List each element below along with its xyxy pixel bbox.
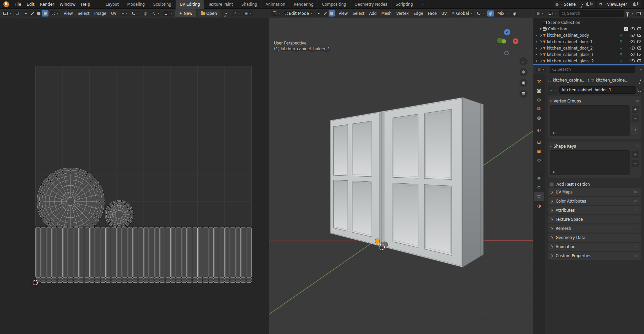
menu-help[interactable]: Help bbox=[78, 1, 93, 8]
uv-select-mode-vertex[interactable] bbox=[23, 10, 29, 17]
mesh-select-mode-edge[interactable] bbox=[322, 10, 329, 17]
workspace-tab-compositing[interactable]: Compositing bbox=[318, 0, 350, 9]
properties-tab-output[interactable]: ⎙ bbox=[534, 95, 544, 104]
pivot-point-button[interactable]: ⌖▾ bbox=[120, 11, 129, 16]
uv-select-mode-edge[interactable] bbox=[29, 10, 36, 17]
toggle-ortho-icon[interactable]: ⊞ bbox=[519, 90, 528, 98]
hide-viewport-icon[interactable] bbox=[631, 34, 635, 37]
scene-selector[interactable]: ◍ ▾ Scene ✕ bbox=[553, 1, 595, 8]
collapse-icon[interactable]: ▾ bbox=[550, 99, 552, 103]
vertex-group-specials-button[interactable]: ▾ bbox=[631, 126, 639, 134]
mesh-datablock-button[interactable]: ▽▾ bbox=[548, 86, 557, 94]
view-layer-selector[interactable]: ⧉ ▾ ViewLayer ✕ bbox=[597, 1, 642, 8]
uv-menu-image[interactable]: Image bbox=[92, 10, 108, 17]
copy-icon[interactable] bbox=[586, 3, 589, 6]
disable-render-icon[interactable] bbox=[637, 47, 641, 50]
mesh-name-field[interactable] bbox=[559, 86, 636, 94]
properties-editor-type-button[interactable]: ☰▾ bbox=[536, 67, 546, 72]
section-geometry-data[interactable]: ❯Geometry Data∷∷ bbox=[548, 234, 641, 242]
properties-search-input[interactable] bbox=[557, 67, 632, 72]
menu-file[interactable]: File bbox=[12, 1, 24, 8]
resize-grip-icon[interactable]: ∷∷ bbox=[587, 132, 592, 135]
gizmo-x-axis-handle[interactable]: X bbox=[513, 38, 518, 44]
filter-expand-icon[interactable]: ▶ bbox=[553, 170, 555, 174]
drag-grip-icon[interactable]: ∷∷ bbox=[634, 200, 639, 203]
section-custom-properties[interactable]: ❯Custom Properties∷∷ bbox=[548, 252, 641, 260]
drag-grip-icon[interactable]: ∷∷ bbox=[634, 209, 639, 212]
drag-grip-icon[interactable]: ∷∷ bbox=[634, 254, 639, 257]
expand-icon[interactable]: ❯ bbox=[539, 40, 543, 43]
add-vertex-group-button[interactable]: ＋ bbox=[631, 105, 639, 113]
outliner-filter-id-button[interactable]: ▾ bbox=[546, 11, 557, 16]
mesh-select-mode-face[interactable] bbox=[329, 10, 335, 17]
proportional-editing-toggle[interactable]: ◎ bbox=[142, 10, 149, 17]
workspace-tab-uv-editing[interactable]: UV Editing bbox=[176, 0, 204, 9]
pan-icon[interactable]: ✥ bbox=[519, 68, 528, 76]
hide-viewport-icon[interactable] bbox=[631, 27, 635, 30]
drag-grip-icon[interactable]: ∷∷ bbox=[635, 99, 639, 103]
hide-viewport-icon[interactable] bbox=[631, 53, 635, 56]
snap-button[interactable]: ▾ bbox=[476, 11, 485, 16]
outliner-row-collection[interactable]: ▾Collection✓ bbox=[533, 26, 644, 32]
properties-options-toggle[interactable]: ▾ bbox=[640, 68, 642, 71]
drag-grip-icon[interactable]: ∷∷ bbox=[635, 145, 639, 148]
properties-tab-modifiers[interactable]: ⚙ bbox=[534, 156, 544, 165]
expand-icon[interactable]: ❯ bbox=[539, 53, 543, 56]
proportional-falloff-button[interactable]: Mix▾ bbox=[496, 10, 510, 17]
workspace-tab-animation[interactable]: Animation bbox=[262, 0, 290, 9]
menu-window[interactable]: Window bbox=[57, 1, 78, 8]
properties-tab-physics[interactable]: ⊚ bbox=[534, 174, 544, 183]
disable-render-icon[interactable] bbox=[637, 53, 641, 56]
outliner-search[interactable] bbox=[559, 10, 624, 17]
expand-icon[interactable]: ❯ bbox=[539, 59, 543, 62]
transform-orientation-button[interactable]: ⇱ Global▾ bbox=[450, 10, 474, 17]
object-name[interactable]: kitchen_cabinet_door_1 bbox=[547, 39, 593, 44]
blender-logo-icon[interactable] bbox=[3, 1, 9, 7]
uv-select-mode-island[interactable] bbox=[42, 10, 48, 17]
breadcrumb-object[interactable]: kitchen_cabine... bbox=[553, 78, 585, 83]
remove-shape-key-button[interactable]: − bbox=[631, 159, 639, 168]
uv-canvas[interactable] bbox=[0, 18, 269, 334]
workspace-tab-geometry-nodes[interactable]: Geometry Nodes bbox=[350, 0, 392, 9]
drag-grip-icon[interactable]: ∷∷ bbox=[634, 218, 639, 221]
properties-tab-tool[interactable]: ⚒ bbox=[534, 77, 544, 86]
workspace-tab-layout[interactable]: Layout bbox=[102, 0, 123, 9]
menu-edit[interactable]: Edit bbox=[24, 1, 37, 8]
proportional-editing-toggle[interactable]: ◎ bbox=[487, 10, 494, 17]
close-icon[interactable]: ✕ bbox=[637, 2, 640, 6]
shading-mode-solid-button[interactable]: ◉ bbox=[511, 10, 518, 17]
vertex-groups-list[interactable]: ▶ ∷∷ bbox=[550, 105, 630, 136]
resize-grip-icon[interactable]: ∷∷ bbox=[587, 171, 592, 174]
copy-icon[interactable] bbox=[633, 3, 636, 6]
close-icon[interactable]: ✕ bbox=[590, 2, 593, 6]
uv-menu-uv[interactable]: UV bbox=[109, 10, 118, 17]
properties-tab-object[interactable]: ▣ bbox=[534, 147, 544, 156]
disable-render-icon[interactable] bbox=[637, 27, 641, 30]
hide-viewport-icon[interactable] bbox=[631, 47, 635, 50]
workspace-tab-sculpting[interactable]: Sculpting bbox=[149, 0, 176, 9]
properties-tab-collection[interactable]: ⊟ bbox=[534, 138, 544, 147]
uv-editor-region[interactable]: ►⊕✛↻◰◈✎◪☛∿⋈ bbox=[0, 18, 269, 334]
outliner-row-object[interactable]: ❯▼kitchen_cabinet_glass_1▽ bbox=[533, 51, 644, 58]
hide-viewport-icon[interactable] bbox=[631, 40, 635, 43]
section-animation[interactable]: ❯Animation∷∷ bbox=[548, 243, 641, 251]
object-name[interactable]: kitchen_cabinet_body bbox=[547, 33, 589, 38]
outliner-row-object[interactable]: ❯▼kitchen_cabinet_door_1▽ bbox=[533, 38, 644, 45]
outliner-row-object[interactable]: ❯▼kitchen_cabinet_door_2▽ bbox=[533, 45, 644, 51]
disable-render-icon[interactable] bbox=[637, 40, 641, 43]
gizmo-y-axis-handle[interactable] bbox=[502, 39, 506, 43]
drag-grip-icon[interactable]: ∷∷ bbox=[634, 236, 639, 239]
uv-menu-select[interactable]: Select bbox=[75, 10, 91, 17]
viewport-menu-select[interactable]: Select bbox=[350, 10, 366, 17]
workspace-tab-modeling[interactable]: Modeling bbox=[123, 0, 149, 9]
properties-tab-constraints[interactable]: ⊙ bbox=[534, 183, 544, 192]
workspace-tab-rendering[interactable]: Rendering bbox=[290, 0, 318, 9]
drag-grip-icon[interactable]: ∷∷ bbox=[634, 227, 639, 230]
collection-checkbox[interactable]: ✓ bbox=[624, 27, 628, 31]
uv-menu-view[interactable]: View bbox=[62, 10, 75, 17]
collapse-icon[interactable]: ▾ bbox=[539, 27, 543, 31]
viewport-menu-edge[interactable]: Edge bbox=[411, 10, 425, 17]
drag-grip-icon[interactable]: ∷∷ bbox=[634, 245, 639, 248]
properties-tab-view-layer[interactable]: ⧉ bbox=[534, 104, 544, 113]
viewport-menu-face[interactable]: Face bbox=[426, 10, 439, 17]
